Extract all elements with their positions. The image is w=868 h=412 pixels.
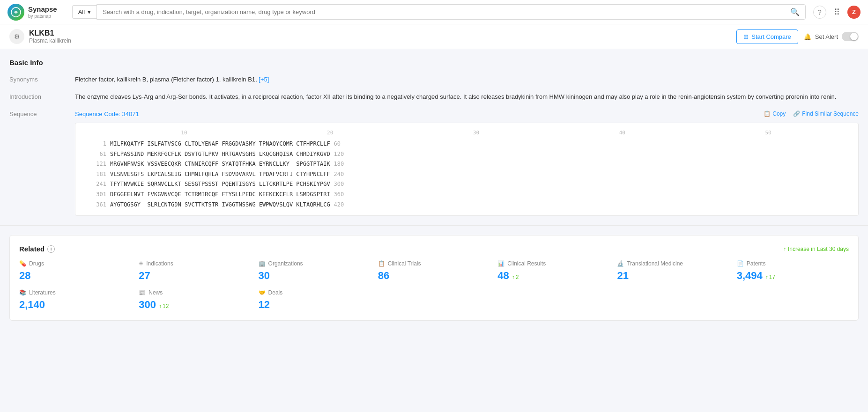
compare-icon: ⊞ [743, 33, 749, 40]
related-info-icon[interactable]: i [47, 245, 55, 253]
sequence-row: Sequence Sequence Code: 34071 📋 Copy 🔗 [9, 110, 859, 216]
related-header: Related i ↑ Increase in Last 30 days [19, 245, 849, 253]
synonyms-label: Synonyms [9, 75, 75, 85]
related-item-label: Drugs [29, 260, 44, 267]
pill-icon: 💊 [19, 260, 26, 267]
related-item[interactable]: 🤝 Deals 12 [259, 289, 371, 311]
sequence-header: Sequence Code: 34071 📋 Copy 🔗 Find Simil… [75, 110, 859, 119]
related-item-count-wrap: 27 [139, 270, 251, 282]
search-type-select[interactable]: All ▾ [72, 5, 96, 19]
sequence-ruler: 10 20 30 40 50 [83, 129, 851, 137]
related-item[interactable]: 📋 Clinical Trials 86 [378, 260, 490, 282]
sequence-line: 1MILFKQATYF ISLFATVSCG CLTQLYENAF FRGGDV… [83, 139, 851, 149]
related-item-label: Clinical Results [507, 260, 546, 267]
related-item-label: News [148, 289, 163, 296]
apps-grid-icon[interactable]: ⠿ [834, 7, 840, 17]
set-alert-toggle[interactable] [842, 32, 859, 41]
seq-start-num: 241 [83, 179, 106, 190]
related-item[interactable]: ✳ Indications 27 [139, 260, 251, 282]
help-icon[interactable]: ? [813, 6, 826, 19]
related-item-label: Patents [747, 260, 766, 267]
sequence-line: 61SFLPASSIND MEKRFGCFLK DSVTGTLPKV HRTGA… [83, 149, 851, 160]
page-header-left: ⚙ KLKB1 Plasma kallikrein [9, 29, 71, 44]
sequence-code-label: Sequence Code: [75, 110, 120, 118]
related-grid-row1: 💊 Drugs 28 ✳ Indications 27 🏢 Organizati… [19, 260, 849, 282]
find-similar-label: Find Similar Sequence [802, 110, 859, 118]
related-item-count-wrap: 2,140 [19, 299, 131, 311]
related-item-count: 86 [378, 270, 389, 282]
related-item-header: 📊 Clinical Results [497, 260, 609, 267]
seq-end-num: 360 [334, 190, 344, 200]
logo-text-wrap: Synapse by patsnap [28, 5, 57, 19]
related-item-header: 📋 Clinical Trials [378, 260, 490, 267]
related-section: Related i ↑ Increase in Last 30 days 💊 D… [9, 235, 859, 321]
sequence-lines: 1MILFKQATYF ISLFATVSCG CLTQLYENAF FRGGDV… [83, 139, 851, 210]
search-input-wrap: 🔍 [96, 4, 806, 20]
related-item-count-wrap: 30 [259, 270, 371, 282]
seq-end-num: 120 [334, 149, 344, 160]
related-item[interactable]: 🔬 Translational Medicine 21 [617, 260, 729, 282]
related-item-count-wrap: 48 ↑ 2 [497, 270, 609, 282]
page-title: KLKB1 [29, 29, 71, 37]
related-item-count-wrap: 300 ↑ 12 [139, 299, 251, 311]
related-item-header: 🔬 Translational Medicine [617, 260, 729, 267]
search-area: All ▾ 🔍 [72, 4, 806, 20]
related-item-header: 🤝 Deals [259, 289, 371, 296]
related-item-count-wrap: 3,494 ↑ 17 [737, 270, 849, 282]
introduction-label: Introduction [9, 92, 75, 102]
related-item-count: 48 [497, 270, 509, 282]
sequence-code-value: 34071 [122, 110, 139, 118]
start-compare-button[interactable]: ⊞ Start Compare [736, 29, 798, 44]
copy-icon: 📋 [764, 110, 771, 118]
patent-icon: 📄 [737, 260, 744, 267]
related-item-header: 🏢 Organizations [259, 260, 371, 267]
copy-label: Copy [772, 110, 786, 118]
seq-end-num: 60 [334, 139, 341, 149]
related-item-label: Indications [146, 260, 173, 267]
seq-end-num: 180 [334, 159, 344, 169]
sequence-line: 361AYGTQGSGY SLRLCNTGDN SVCTTKTSTR IVGGT… [83, 200, 851, 210]
related-item[interactable]: 🏢 Organizations 30 [259, 260, 371, 282]
main-header: Synapse by patsnap All ▾ 🔍 ? ⠿ Z [0, 0, 868, 24]
copy-button[interactable]: 📋 Copy [764, 110, 786, 118]
settings-icon: ⚙ [9, 29, 24, 44]
toggle-knob [850, 33, 858, 40]
trial-icon: 📋 [378, 260, 385, 267]
seq-start-num: 1 [83, 139, 106, 149]
seq-end-num: 300 [334, 179, 344, 190]
related-item[interactable]: 📊 Clinical Results 48 ↑ 2 [497, 260, 609, 282]
seq-content: MILFKQATYF ISLFATVSCG CLTQLYENAF FRGGDVA… [110, 139, 330, 149]
sequence-line: 121MRGVNFNVSK VSSVEECQKR CTNNIRCQFF SYAT… [83, 159, 851, 169]
increase-label-text: Increase in Last 30 days [788, 246, 849, 252]
related-item[interactable]: 📰 News 300 ↑ 12 [139, 289, 251, 311]
set-alert-wrap: 🔔 Set Alert [804, 32, 859, 41]
related-item-label: Literatures [29, 289, 56, 296]
seq-content: VLSNVESGFS LKPCALSEIG CHMNIFQHLA FSDVDVA… [110, 169, 330, 180]
find-similar-button[interactable]: 🔗 Find Similar Sequence [793, 110, 859, 118]
related-item-header: ✳ Indications [139, 260, 251, 267]
page-title-wrap: KLKB1 Plasma kallikrein [29, 29, 71, 44]
related-item-header: 📰 News [139, 289, 251, 296]
related-item[interactable]: 📚 Literatures 2,140 [19, 289, 131, 311]
related-item-label: Organizations [268, 260, 303, 267]
related-title-text: Related [19, 245, 45, 253]
introduction-text: The enzyme cleaves Lys-Arg and Arg-Ser b… [75, 92, 859, 102]
user-avatar[interactable]: Z [847, 6, 861, 19]
result-icon: 📊 [497, 260, 504, 267]
search-input[interactable] [103, 8, 786, 15]
related-item[interactable]: 📄 Patents 3,494 ↑ 17 [737, 260, 849, 282]
related-item-count: 28 [19, 270, 30, 282]
related-item[interactable]: 💊 Drugs 28 [19, 260, 131, 282]
logo[interactable]: Synapse by patsnap [7, 4, 57, 21]
main-content: Basic Info Synonyms Fletcher factor, kal… [0, 49, 868, 412]
related-item-count-wrap: 86 [378, 270, 490, 282]
seq-start-num: 301 [83, 190, 106, 200]
related-item-count-wrap: 12 [259, 299, 371, 311]
synonyms-more[interactable]: [+5] [259, 76, 269, 83]
sequence-line: 181VLSNVESGFS LKPCALSEIG CHMNIFQHLA FSDV… [83, 169, 851, 180]
related-item-label: Translational Medicine [627, 260, 683, 267]
increase-label: ↑ Increase in Last 30 days [783, 246, 849, 252]
arrow-up-icon: ↑ [159, 303, 162, 309]
seq-content: DFGGEELNVT FVKGVNVCQE TCTRMIRCQF FTYSLLP… [110, 190, 330, 200]
seq-content: TFYTNVWKIE SQRNVCLLKT SESGTPSSST PQENTIS… [110, 179, 330, 190]
